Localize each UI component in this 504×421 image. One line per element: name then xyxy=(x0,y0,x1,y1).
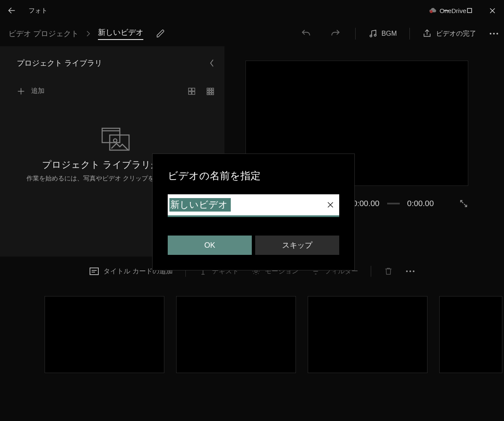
svg-rect-29 xyxy=(90,268,98,275)
separator xyxy=(409,28,410,40)
fullscreen-icon xyxy=(459,199,468,208)
storyboard-more-button[interactable] xyxy=(406,270,415,273)
storyboard-slot[interactable] xyxy=(176,296,296,373)
svg-point-0 xyxy=(430,10,433,13)
svg-rect-15 xyxy=(192,91,195,94)
svg-rect-17 xyxy=(209,88,211,90)
pencil-icon xyxy=(156,29,165,38)
close-icon xyxy=(327,202,333,208)
separator xyxy=(371,266,371,277)
time-current: 0:00.00 xyxy=(353,199,379,208)
undo-button[interactable] xyxy=(291,28,321,39)
svg-rect-21 xyxy=(212,90,214,92)
video-name-input[interactable] xyxy=(169,198,231,212)
plus-icon xyxy=(17,87,25,95)
svg-point-9 xyxy=(496,33,498,34)
library-title: プロジェクト ライブラリ xyxy=(17,58,102,68)
svg-point-33 xyxy=(413,270,414,272)
title-card-icon xyxy=(89,267,99,275)
fullscreen-button[interactable] xyxy=(459,199,468,208)
arrow-left-icon xyxy=(7,6,16,15)
dialog-skip-button[interactable]: スキップ xyxy=(255,236,339,255)
svg-point-28 xyxy=(113,139,117,142)
storyboard-track[interactable] xyxy=(0,286,504,373)
more-horizontal-icon xyxy=(406,270,415,273)
video-name-field-wrap[interactable] xyxy=(168,194,339,217)
svg-point-31 xyxy=(406,270,408,272)
separator xyxy=(355,28,356,40)
svg-rect-2 xyxy=(467,8,472,13)
window-close-button[interactable] xyxy=(481,0,504,21)
chevron-right-icon xyxy=(86,30,90,37)
undo-icon xyxy=(301,28,311,39)
finish-video-label: ビデオの完了 xyxy=(436,29,476,38)
view-large-grid-button[interactable] xyxy=(187,87,196,95)
maximize-icon xyxy=(467,8,472,13)
svg-point-5 xyxy=(370,35,372,37)
trash-icon xyxy=(384,267,393,276)
dialog-ok-label: OK xyxy=(204,241,215,250)
svg-rect-20 xyxy=(209,90,211,92)
svg-rect-16 xyxy=(207,88,209,90)
svg-rect-18 xyxy=(212,88,214,90)
svg-point-7 xyxy=(490,33,491,34)
time-total: 0:00.00 xyxy=(407,199,434,208)
finish-video-button[interactable]: ビデオの完了 xyxy=(422,29,476,38)
more-horizontal-icon xyxy=(489,32,499,35)
breadcrumb: ビデオ プロジェクト 新しいビデオ xyxy=(8,27,143,40)
redo-icon xyxy=(330,28,341,39)
grid-large-icon xyxy=(187,87,196,95)
bgm-label: BGM xyxy=(382,30,397,37)
clear-input-button[interactable] xyxy=(327,202,333,208)
window-maximize-button[interactable] xyxy=(458,0,481,21)
chevron-left-icon xyxy=(209,59,214,67)
collapse-library-button[interactable] xyxy=(209,59,214,67)
svg-rect-19 xyxy=(207,90,209,92)
svg-point-6 xyxy=(374,34,376,36)
dialog-skip-label: スキップ xyxy=(282,240,312,250)
svg-rect-13 xyxy=(192,88,195,91)
minimize-icon xyxy=(444,8,449,13)
storyboard-slot[interactable] xyxy=(308,296,427,373)
more-options-button[interactable] xyxy=(484,32,504,35)
window-minimize-button[interactable] xyxy=(435,0,458,21)
name-video-dialog: ビデオの名前を指定 OK スキップ xyxy=(152,154,355,270)
bgm-button[interactable]: BGM xyxy=(368,29,397,38)
svg-rect-24 xyxy=(212,93,214,95)
add-media-button[interactable]: 追加 xyxy=(17,87,45,95)
progress-track[interactable] xyxy=(387,203,400,204)
redo-button[interactable] xyxy=(321,28,350,39)
app-title: フォト xyxy=(29,7,47,15)
storyboard-slot[interactable] xyxy=(45,296,164,373)
view-small-grid-button[interactable] xyxy=(206,87,214,95)
svg-point-30 xyxy=(255,270,257,273)
svg-rect-23 xyxy=(209,93,211,95)
export-icon xyxy=(422,29,432,38)
svg-rect-14 xyxy=(189,91,192,94)
svg-point-32 xyxy=(409,270,411,272)
svg-point-8 xyxy=(493,33,495,34)
rename-button[interactable] xyxy=(156,29,165,38)
dialog-ok-button[interactable]: OK xyxy=(168,236,252,255)
svg-rect-22 xyxy=(207,93,209,95)
close-icon xyxy=(490,8,495,13)
storyboard-slot[interactable] xyxy=(439,296,502,373)
dialog-title: ビデオの名前を指定 xyxy=(168,169,339,183)
breadcrumb-current-video[interactable]: 新しいビデオ xyxy=(98,27,143,40)
music-icon xyxy=(368,29,377,38)
grid-small-icon xyxy=(206,87,214,95)
empty-library-icon xyxy=(17,127,214,152)
delete-clip-button xyxy=(384,267,393,276)
back-button[interactable] xyxy=(0,0,24,21)
breadcrumb-projects[interactable]: ビデオ プロジェクト xyxy=(8,29,79,39)
add-media-label: 追加 xyxy=(31,87,45,95)
svg-rect-12 xyxy=(189,88,192,91)
